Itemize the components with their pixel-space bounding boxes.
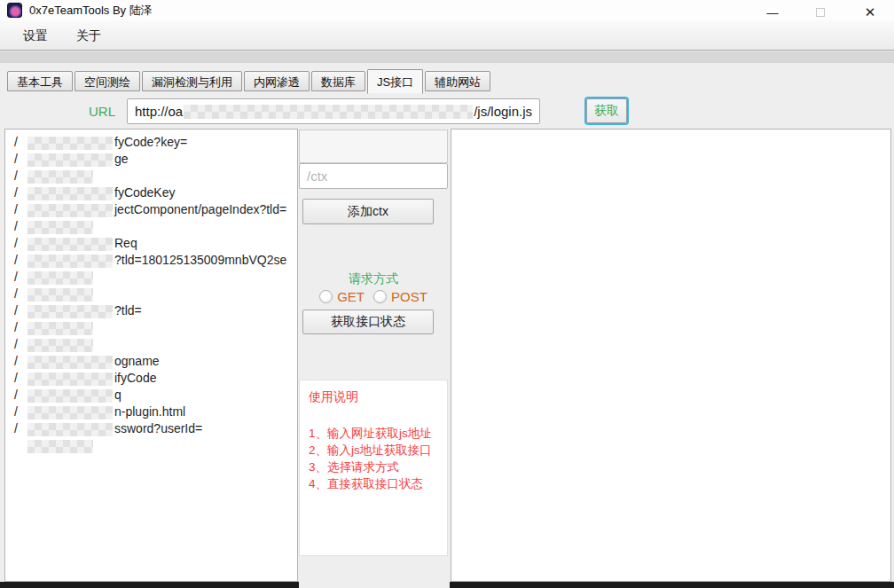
list-item[interactable]: /ge xyxy=(14,151,297,168)
fetch-button[interactable]: 获取 xyxy=(586,98,627,123)
list-item[interactable]: / xyxy=(14,218,297,235)
tab-1[interactable]: 基本工具 xyxy=(7,71,73,91)
tab-7[interactable]: 辅助网站 xyxy=(425,71,490,91)
redacted-mosaic xyxy=(27,255,113,268)
list-item[interactable]: /ogname xyxy=(14,353,297,370)
instruction-step: 2、输入js地址获取接口 xyxy=(309,442,447,459)
path-suffix: Req xyxy=(114,236,137,250)
redacted-mosaic xyxy=(27,305,113,318)
maximize-icon xyxy=(816,8,825,17)
app-icon xyxy=(7,3,22,18)
ctx-input[interactable] xyxy=(299,163,448,189)
instructions-title: 使用说明 xyxy=(309,389,447,405)
app-window: 0x7eTeamTools By 陆泽 — ✕ 设置关于 基本工具空间测绘漏洞检… xyxy=(0,0,894,588)
path-suffix: ogname xyxy=(114,354,160,368)
list-item[interactable]: /ifyCode xyxy=(14,370,297,387)
path-suffix: n-plugin.html xyxy=(114,404,185,419)
list-item[interactable]: / xyxy=(14,269,297,286)
redacted-mosaic xyxy=(27,204,113,217)
get-api-status-button[interactable]: 获取接口状态 xyxy=(302,310,434,334)
list-item[interactable]: /q xyxy=(14,387,297,404)
list-item[interactable]: / xyxy=(14,319,297,336)
path-suffix: ifyCode xyxy=(114,371,156,385)
path-prefix: / xyxy=(14,302,22,319)
redacted-mosaic xyxy=(27,221,93,234)
path-prefix: / xyxy=(14,184,22,201)
redacted-mosaic xyxy=(27,288,93,302)
instruction-step: 4、直接获取接口状态 xyxy=(309,475,447,492)
path-prefix: / xyxy=(14,168,22,184)
path-suffix: fyCodeKey xyxy=(114,185,175,200)
request-method-label: 请求方式 xyxy=(299,271,448,287)
tab-3[interactable]: 漏洞检测与利用 xyxy=(142,71,242,91)
tab-strip: 基本工具空间测绘漏洞检测与利用内网渗透数据库JS接口辅助网站 xyxy=(7,69,492,91)
list-item[interactable]: /ssword?userId= xyxy=(14,420,297,437)
list-item[interactable]: /fyCodeKey xyxy=(14,184,297,201)
list-item[interactable]: / xyxy=(14,336,297,353)
list-item[interactable]: /Req xyxy=(14,235,297,252)
list-item[interactable]: /?tld= xyxy=(14,302,297,319)
window-title: 0x7eTeamTools By 陆泽 xyxy=(29,0,153,20)
path-suffix: ?tld=180125135009mnbVQ2se xyxy=(114,253,286,267)
path-prefix: / xyxy=(14,336,22,353)
method-option-post[interactable]: POST xyxy=(373,289,427,304)
path-prefix: / xyxy=(14,353,22,370)
path-prefix: / xyxy=(14,420,22,437)
path-suffix: ge xyxy=(114,152,129,166)
path-prefix: / xyxy=(14,201,22,218)
path-prefix: / xyxy=(14,404,22,420)
path-prefix: / xyxy=(14,151,22,168)
list-item[interactable] xyxy=(14,437,297,454)
add-ctx-button[interactable]: 添加ctx xyxy=(302,199,434,224)
redacted-mosaic xyxy=(27,356,113,369)
redacted-mosaic xyxy=(27,339,93,352)
url-label: URL xyxy=(89,99,121,123)
results-panel[interactable] xyxy=(451,129,891,582)
path-prefix: / xyxy=(14,269,22,286)
tab-4[interactable]: 内网渗透 xyxy=(244,71,310,91)
method-option-get[interactable]: GET xyxy=(319,289,365,304)
redacted-mosaic xyxy=(27,440,93,453)
path-suffix: ssword?userId= xyxy=(114,421,202,435)
tab-6[interactable]: JS接口 xyxy=(367,69,423,94)
path-prefix: / xyxy=(14,218,22,235)
url-input[interactable]: http://oa /js/login.js xyxy=(127,98,540,124)
list-item[interactable]: / xyxy=(14,286,297,302)
path-prefix: / xyxy=(14,370,22,387)
redacted-mosaic xyxy=(27,372,113,386)
tab-band xyxy=(0,51,894,63)
redacted-mosaic xyxy=(27,187,113,200)
redacted-mosaic xyxy=(27,170,93,184)
list-item[interactable]: /jectComponent/pageIndex?tld= xyxy=(14,201,297,218)
path-prefix: / xyxy=(14,286,22,302)
instructions-steps: 1、输入网址获取js地址2、输入js地址获取接口3、选择请求方式4、直接获取接口… xyxy=(309,425,447,492)
js-path-list[interactable]: /fyCode?key=/ge//fyCodeKey/jectComponent… xyxy=(4,129,298,582)
path-prefix: / xyxy=(14,319,22,336)
redacted-mosaic xyxy=(27,137,113,150)
redacted-mosaic xyxy=(27,423,113,436)
menu-item-1[interactable]: 设置 xyxy=(14,21,57,50)
redacted-mosaic xyxy=(27,389,113,403)
list-item[interactable]: /fyCode?key= xyxy=(14,134,297,151)
instruction-step: 3、选择请求方式 xyxy=(309,459,447,475)
redacted-mosaic xyxy=(27,406,113,419)
list-item[interactable]: /?tld=180125135009mnbVQ2se xyxy=(14,252,297,269)
list-item[interactable]: /n-plugin.html xyxy=(14,404,297,420)
title-bar: 0x7eTeamTools By 陆泽 — ✕ xyxy=(0,0,894,20)
path-suffix: q xyxy=(114,388,122,402)
menu-item-2[interactable]: 关于 xyxy=(67,21,110,50)
url-value-suffix: /js/login.js xyxy=(474,104,532,119)
menu-bar: 设置关于 xyxy=(0,20,894,51)
instructions-panel: 使用说明 1、输入网址获取js地址2、输入js地址获取接口3、选择请求方式4、直… xyxy=(299,380,448,556)
redacted-mosaic xyxy=(184,105,473,119)
radio-icon[interactable] xyxy=(319,290,333,303)
radio-icon[interactable] xyxy=(373,290,387,303)
list-item[interactable]: / xyxy=(14,168,297,184)
tab-5[interactable]: 数据库 xyxy=(311,71,365,91)
minimize-icon: — xyxy=(767,6,779,20)
path-prefix: / xyxy=(14,387,22,404)
radio-label: POST xyxy=(391,289,427,304)
path-suffix: jectComponent/pageIndex?tld= xyxy=(114,202,286,216)
tab-2[interactable]: 空间测绘 xyxy=(74,71,140,91)
path-suffix: fyCode?key= xyxy=(114,135,187,149)
